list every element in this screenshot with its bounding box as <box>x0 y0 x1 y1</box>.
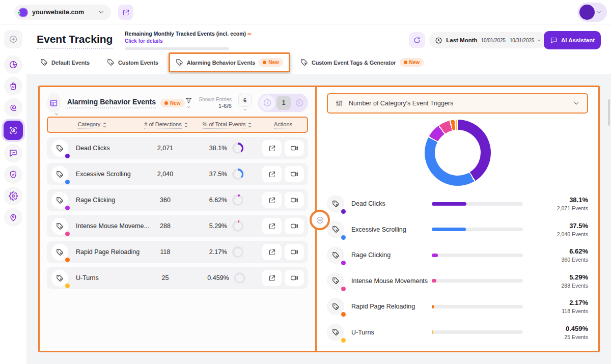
open-events-button[interactable] <box>262 192 282 208</box>
open-site-button[interactable] <box>118 5 133 20</box>
mini-donut <box>232 143 243 154</box>
category-label: Excessive Scrolling <box>76 171 131 178</box>
pin-icon <box>9 213 18 222</box>
tag-icon <box>56 222 64 230</box>
arrow-right-icon <box>295 98 304 107</box>
mini-donut <box>232 194 243 206</box>
scrollbar[interactable] <box>608 99 610 126</box>
sidebar-item-settings[interactable] <box>4 187 22 205</box>
refresh-button[interactable] <box>409 32 425 48</box>
sidebar-item-collapse[interactable] <box>4 30 22 48</box>
category-color-dot <box>341 261 346 265</box>
shown-entries-value: 1-6/6 <box>199 103 232 109</box>
table-row[interactable]: Rapid Page Reloading 118 2.17% <box>47 241 308 263</box>
open-events-button[interactable] <box>262 166 282 182</box>
panels-container: Alarming Behavior Events New Shown Entri… <box>38 86 600 352</box>
current-page[interactable]: 1 <box>276 96 291 110</box>
user-menu[interactable] <box>577 3 607 22</box>
tab-custom-events[interactable]: Custom Events <box>100 53 165 72</box>
tab-custom-event-tags-generator[interactable]: Custom Event Tags & GeneratorNew <box>293 52 431 72</box>
filter-button[interactable] <box>185 97 192 109</box>
table-row[interactable]: Intense Mouse Moveme... 288 5.29% <box>47 215 308 237</box>
events-table-panel: Alarming Behavior Events New Shown Entri… <box>40 87 317 351</box>
sidebar-item-heatmaps[interactable] <box>4 98 22 117</box>
watch-recordings-button[interactable] <box>285 140 304 156</box>
open-events-button[interactable] <box>262 244 282 260</box>
prev-page-button[interactable] <box>260 95 275 110</box>
category-color-dot <box>341 235 346 240</box>
table-row[interactable]: Rage Clicking 360 6.62% <box>47 189 308 211</box>
detections-count: 288 <box>136 222 195 230</box>
category-label: U-Turns <box>76 274 99 282</box>
external-link-icon <box>268 171 276 178</box>
table-view-selector[interactable] <box>47 93 61 113</box>
sidebar-item-security[interactable] <box>4 165 22 184</box>
remaining-events: Remaining Monthly Tracked Events (incl. … <box>125 31 257 50</box>
legend-events: 118 Events <box>528 308 588 314</box>
watch-recordings-button[interactable] <box>285 192 304 208</box>
category-icon <box>327 246 344 264</box>
mini-donut <box>232 169 243 180</box>
percent-value: 38.1% <box>209 145 227 152</box>
focus-icon <box>9 126 18 135</box>
watch-recordings-button[interactable] <box>285 218 304 234</box>
table-row[interactable]: Excessive Scrolling 2,040 37.5% <box>47 163 308 185</box>
tab-alarming-behavior-events[interactable]: Alarming Behavior EventsNew <box>169 52 290 72</box>
chevron-down-icon <box>243 107 247 112</box>
table-row[interactable]: U-Turns 25 0.459% <box>47 267 308 289</box>
category-color-dot <box>341 338 346 343</box>
sidebar-item-dashboard[interactable] <box>4 55 22 74</box>
tab-default-events[interactable]: Default Events <box>33 53 97 72</box>
page-size-selector[interactable]: 6 <box>238 94 252 112</box>
column-header[interactable]: % of Total Events <box>196 121 259 129</box>
detections-count: 2,071 <box>136 145 195 152</box>
column-header[interactable]: # of Detections <box>137 121 196 129</box>
column-header[interactable]: Category <box>48 121 137 129</box>
resize-panels-button[interactable] <box>310 210 330 230</box>
click-for-details-link[interactable]: Click for details <box>125 38 257 44</box>
tag-icon <box>332 251 340 259</box>
video-icon <box>290 222 298 230</box>
clock-icon <box>435 37 442 44</box>
next-page-button[interactable] <box>292 96 307 110</box>
tag-icon <box>56 248 64 256</box>
sidebar-item-feedback[interactable] <box>4 144 22 162</box>
pie-icon <box>9 60 18 69</box>
legend-label: Dead Clicks <box>351 200 432 207</box>
ai-assistant-button[interactable]: AI Assistant <box>544 31 601 49</box>
watch-recordings-button[interactable] <box>285 244 304 260</box>
legend-row: Excessive Scrolling 37.5%2,040 Events <box>327 217 588 243</box>
category-icon <box>327 272 344 290</box>
site-selector[interactable]: yourwebsite.com <box>14 5 111 20</box>
chart-metric-dropdown[interactable]: Number of Category's Event Triggers <box>327 93 588 114</box>
date-range-picker[interactable]: Last Month 10/01/2025 - 10/31/2025 <box>429 32 547 48</box>
category-color-dot <box>341 312 346 317</box>
open-events-button[interactable] <box>262 140 282 156</box>
sidebar-item-ecommerce[interactable] <box>4 77 22 95</box>
filter-icon <box>185 97 192 104</box>
open-events-button[interactable] <box>262 218 282 234</box>
watch-recordings-button[interactable] <box>285 270 304 286</box>
table-rows: Dead Clicks 2,071 38.1% Excessive Scroll… <box>47 137 308 289</box>
watch-recordings-button[interactable] <box>285 166 304 182</box>
video-icon <box>290 144 298 152</box>
chevron-down-icon <box>54 111 59 117</box>
new-badge: New <box>400 58 424 67</box>
category-icon <box>327 195 344 212</box>
video-icon <box>290 170 298 178</box>
tag-icon <box>56 171 64 178</box>
remaining-progress-bar <box>125 47 229 50</box>
legend-bar <box>432 254 523 257</box>
legend-label: U-Turns <box>351 329 432 336</box>
new-badge: New <box>259 58 283 67</box>
legend-events: 288 Events <box>528 283 588 289</box>
sidebar-item-geo[interactable] <box>4 208 22 227</box>
external-link-icon <box>268 248 276 256</box>
sidebar-item-event-tracking[interactable] <box>4 121 23 140</box>
category-icon <box>327 324 344 341</box>
column-header[interactable]: Actions <box>259 121 307 129</box>
external-link-icon <box>268 145 276 152</box>
table-row[interactable]: Dead Clicks 2,071 38.1% <box>47 137 308 159</box>
category-icon <box>51 218 68 235</box>
open-events-button[interactable] <box>262 270 282 286</box>
